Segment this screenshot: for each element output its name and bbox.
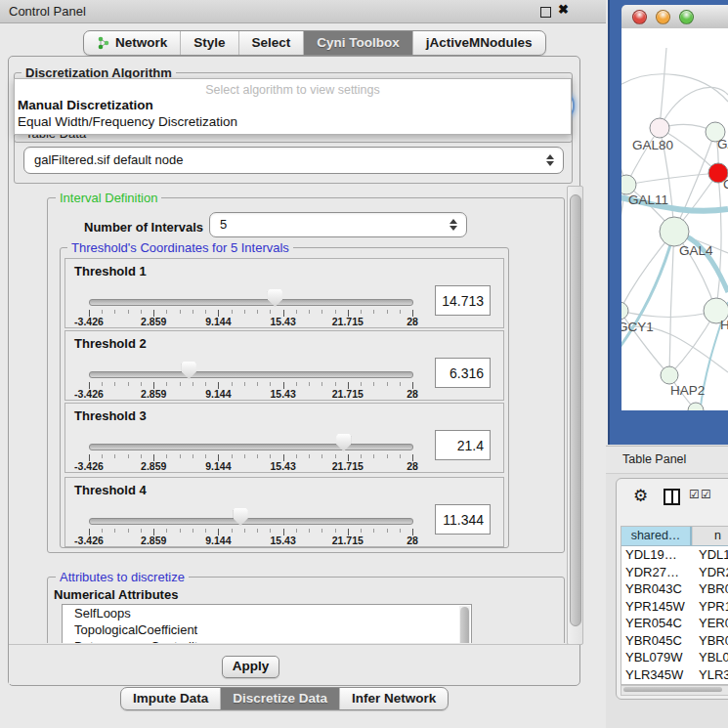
threshold-slider-track[interactable] <box>89 371 413 378</box>
table-data-combobox[interactable]: galFiltered.sif default node <box>23 147 564 174</box>
network-edge[interactable] <box>621 185 626 311</box>
cell-shared-name[interactable]: YLR345W <box>621 666 694 684</box>
threshold-value-field[interactable]: 11.344 <box>435 504 491 535</box>
table-row[interactable]: YDR27…YDR2 <box>621 564 728 581</box>
threshold-value-field[interactable]: 6.316 <box>435 358 491 388</box>
tab-impute-data[interactable]: Impute Data <box>121 688 221 709</box>
cell-shared-name[interactable]: YER054C <box>621 615 694 632</box>
split-columns-icon[interactable] <box>664 489 680 505</box>
close-icon[interactable]: ✖ <box>558 2 569 17</box>
cell-name[interactable]: YBR0 <box>694 580 728 598</box>
threshold-label: Threshold 1 <box>74 264 147 278</box>
cell-shared-name[interactable]: YBR043C <box>621 580 694 598</box>
tab-discretize-data[interactable]: Discretize Data <box>221 688 340 709</box>
tick-minor <box>244 454 245 458</box>
cell-shared-name[interactable]: YBR045C <box>621 632 694 650</box>
tick-minor <box>205 529 206 533</box>
hap2-node[interactable] <box>661 366 678 384</box>
gcy1-node[interactable] <box>621 302 628 320</box>
tick-minor <box>141 529 142 533</box>
panel-vertical-scrollbar[interactable] <box>567 186 583 645</box>
scrollbar-thumb[interactable] <box>570 194 581 626</box>
network-edge[interactable] <box>660 48 666 128</box>
tick-label: 21.715 <box>332 535 364 546</box>
threshold-value-field[interactable]: 14.713 <box>435 285 491 316</box>
minimize-traffic-light[interactable] <box>656 10 670 24</box>
node-label: GCY1 <box>621 320 654 334</box>
gal80-node[interactable] <box>650 118 669 138</box>
table-row[interactable]: YBL079WYBL0 <box>621 649 728 666</box>
attribute-list-item[interactable]: TopologicalCoefficient <box>63 621 471 638</box>
attributes-scrollbar[interactable] <box>459 606 470 643</box>
cell-shared-name[interactable]: YDL19… <box>621 546 694 564</box>
tick-minor <box>361 382 362 386</box>
cell-shared-name[interactable]: YPR145W <box>621 598 694 616</box>
attribute-list-item[interactable]: BetweennessCentrality <box>63 638 471 643</box>
network-canvas[interactable]: GAL80GACGAL11GAL4GCY1HHAP2 <box>621 28 728 410</box>
cell-shared-name[interactable]: YBL079W <box>621 649 694 666</box>
tab-label: Cyni Toolbox <box>317 35 400 50</box>
node-label: GAL11 <box>628 193 668 207</box>
cell-name[interactable]: YLR3 <box>694 666 728 684</box>
table-row[interactable]: YBR043CYBR0 <box>621 580 728 598</box>
gal11-node[interactable] <box>621 175 636 194</box>
table-row[interactable]: YPR145WYPR1 <box>621 598 728 616</box>
tab-style[interactable]: Style <box>181 31 238 55</box>
cell-name[interactable]: YDL1 <box>694 546 728 564</box>
tab-infer-network[interactable]: Infer Network <box>340 688 448 709</box>
tick-minor <box>128 382 129 386</box>
table-horizontal-scrollbar[interactable] <box>621 685 728 696</box>
network-edge[interactable] <box>621 311 716 318</box>
node-attribute-table[interactable]: shared… n YDL19…YDL1YDR27…YDR2YBR043CYBR… <box>621 526 728 685</box>
tab-select[interactable]: Select <box>239 31 305 55</box>
gal4-node[interactable] <box>660 217 689 246</box>
table-row[interactable]: YER054CYER0 <box>621 615 728 632</box>
zoom-traffic-light[interactable] <box>679 10 694 24</box>
tick-minor <box>114 529 115 533</box>
cell-shared-name[interactable]: YDR27… <box>621 564 694 581</box>
network-edge[interactable] <box>626 173 718 185</box>
tab-label: Impute Data <box>133 691 208 706</box>
popup-option[interactable]: Equal Width/Frequency Discretization <box>15 113 571 130</box>
threshold-slider-track[interactable] <box>89 444 413 450</box>
threshold-slider-track[interactable] <box>89 299 413 306</box>
cell-name[interactable]: YPR1 <box>694 598 728 616</box>
cell-name[interactable]: YER0 <box>694 615 728 632</box>
numerical-attributes-list[interactable]: SelfLoopsTopologicalCoefficientBetweenne… <box>62 604 472 643</box>
threshold-slider-track[interactable] <box>89 518 413 525</box>
threshold-value-field[interactable]: 21.4 <box>435 430 491 460</box>
cell-name[interactable]: YDR2 <box>694 564 728 581</box>
close-traffic-light[interactable] <box>632 10 647 24</box>
thresholds-group: Threshold's Coordinates for 5 Intervals … <box>60 247 509 548</box>
popup-option[interactable]: Manual Discretization <box>15 97 571 113</box>
tab-cyni-toolbox[interactable]: Cyni Toolbox <box>304 31 413 55</box>
scrollbar-thumb[interactable] <box>623 687 722 692</box>
cell-name[interactable]: YBR0 <box>694 632 728 650</box>
cell-name[interactable]: YBL0 <box>694 649 728 666</box>
attribute-list-item[interactable]: SelfLoops <box>63 605 471 621</box>
tab-label: Discretize Data <box>233 691 327 706</box>
network-edge[interactable] <box>716 173 721 311</box>
num-intervals-combobox[interactable]: 5 <box>209 212 467 237</box>
network-edge[interactable] <box>674 132 715 232</box>
tab-network[interactable]: Network <box>84 31 181 55</box>
table-row[interactable]: YBR045CYBR0 <box>621 632 728 650</box>
float-window-icon[interactable] <box>540 7 551 18</box>
table-row[interactable]: YLR345WYLR3 <box>621 666 728 684</box>
node-label: HAP2 <box>670 383 705 398</box>
checkbox-icon[interactable]: ☑ <box>689 488 700 501</box>
column-header-shared-name[interactable]: shared… <box>621 527 692 545</box>
tick-minor <box>257 529 258 533</box>
apply-button[interactable]: Apply <box>222 656 279 678</box>
table-row[interactable]: YDL19…YDL1 <box>621 546 728 564</box>
network-edge[interactable] <box>669 232 674 375</box>
tick-minor <box>193 310 193 314</box>
checkbox-icon[interactable]: ☑ <box>701 488 711 501</box>
tab-jactivemnodules[interactable]: jActiveMNodules <box>413 31 545 55</box>
tick-minor <box>205 382 206 386</box>
column-header-name[interactable]: n <box>692 527 728 545</box>
tick-minor <box>373 310 374 314</box>
gear-icon[interactable]: ⚙ <box>633 486 648 505</box>
network-edge[interactable] <box>660 87 728 128</box>
scrollbar-thumb[interactable] <box>460 607 469 643</box>
